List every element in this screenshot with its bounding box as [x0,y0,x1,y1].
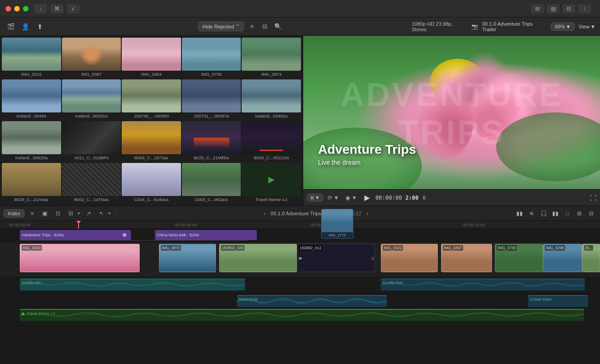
media-item[interactable]: Iceland...00462a [242,79,301,120]
media-item[interactable]: 150730_...v00083 [122,79,181,120]
audio-clip-china[interactable]: China Moto-trek - Echo [155,230,257,240]
play-button[interactable]: ▶ [364,193,370,202]
media-thumb [182,38,241,71]
video-clip-img0453[interactable]: IMG_0453 ▶ [20,244,140,272]
person-icon-button[interactable]: 👤 [19,21,31,33]
media-item[interactable]: Travel theme v.2 [242,163,301,204]
media-item[interactable]: IMG_0453 [122,38,181,78]
mute-btn[interactable]: ▮▮ [550,208,560,218]
video-clip-150802-012[interactable]: 150802_012 |▶ || [297,244,375,272]
grid-view-icon[interactable]: ⊟ [260,22,270,31]
audio-marker [123,233,126,237]
media-item[interactable]: B028_C...21A6as [2,163,61,204]
hide-rejected-button[interactable]: Hide Rejected ⌃ [198,22,243,31]
minimize-button[interactable] [14,6,20,11]
effects-button[interactable]: ◉ ▼ [344,194,359,202]
zoom-out-btn[interactable]: ⊟ [586,208,596,218]
download-button[interactable]: ↓ [34,4,47,13]
media-item[interactable]: C003_C...WZacs [182,163,241,204]
media-item[interactable]: B026_C...0521IXs [242,121,301,162]
key-button[interactable]: ⌘ [51,4,63,13]
waveform-track-row: Gentle rain Gentle river [0,278,600,294]
video-clip-img0730[interactable]: IMG_0730 [495,244,543,272]
clip-icon[interactable]: ▣ [40,208,50,218]
nav-prev[interactable]: ‹ [264,211,266,216]
headphone-btn[interactable]: 🎧 [538,208,549,218]
media-item-label: Travel theme v.2 [242,196,301,203]
playhead[interactable] [78,221,79,229]
media-thumb [242,79,301,112]
media-item[interactable]: B025_C...21MEbs [182,121,241,162]
layout-button[interactable]: ▤ [547,4,560,13]
cursor-dropdown[interactable]: ▼ [108,211,112,216]
solo-btn[interactable]: □ [562,208,572,218]
clip-label-150802-020: 150802_020 [221,245,244,251]
media-item-label: B009_C...187Vas [122,154,181,161]
waveform-clip-rain[interactable]: Gentle rain [20,279,245,291]
export-button[interactable]: ↑ [578,4,591,13]
video-clip-img0873[interactable]: IMG_0873 [159,244,216,272]
view-mode-button[interactable]: ⊞ ▼ [307,194,323,202]
clip-appearance-btn[interactable]: ▮▮ [515,208,525,218]
media-item-label: Iceland...00494 [2,112,61,119]
share-icon-button[interactable]: ⬆ [34,21,46,33]
media-item[interactable]: IMG_0367 [62,38,121,78]
view-button[interactable]: View ▼ [578,24,595,29]
media-item[interactable]: Iceland...000314 [62,79,121,120]
media-item[interactable]: IMG_0873 [242,38,301,78]
close-button[interactable] [6,6,11,11]
media-item-label: Iceland...00620a [2,154,61,161]
media-item[interactable]: IMG_0730 [182,38,241,78]
search-icon[interactable]: 🔍 [273,22,283,31]
fullscreen-button[interactable]: ⛶ [590,194,596,202]
waveform-clip-river[interactable]: Gentle river [381,279,585,291]
audio-clip-adventure[interactable]: Adventure Trips - Echo [20,230,131,240]
media-item[interactable]: B009_C...187Vas [122,121,181,162]
waveform-clip-moto[interactable]: Motorcycle [237,295,387,307]
video-clip-img0367[interactable]: IMG_0367 [441,244,492,272]
nav-next[interactable]: › [367,211,368,216]
arrow-tool[interactable]: ↗ [84,208,94,218]
preview-thumbnail: IMG_1775 [321,209,353,239]
check-button[interactable]: ✓ [67,4,80,13]
titlebar: ↓ ⌘ ✓ ⊞ ▤ ⊟ ↑ [0,0,600,17]
list-icon[interactable]: ≡ [27,208,37,218]
columns-button[interactable]: ⊟ [562,4,575,13]
media-thumb [2,79,61,112]
media-item[interactable]: 150731_...00087a [182,79,241,120]
waveform-btn[interactable]: ≋ [526,208,537,218]
maximize-button[interactable] [23,6,28,11]
media-item-label: B002_C...14TNas [62,196,121,203]
crop-icon[interactable]: ⊡ [53,208,63,218]
media-thumb [182,163,241,196]
preview-title-area: Adventure Trips Live the dream [318,142,416,166]
media-item[interactable]: IMG_0322 [2,38,61,78]
media-item[interactable]: A011_C...516BPs [62,121,121,162]
transform-button[interactable]: ⟳ ▼ [326,194,341,202]
media-item[interactable]: B002_C...14TNas [62,163,121,204]
media-item[interactable]: C004_C...5U6acs [122,163,181,204]
format-badge: 1080p HD 23.98p, Stereo [412,21,468,32]
video-clip-img0322[interactable]: IMG_0322 [381,244,438,272]
video-clip-15[interactable]: 15... [582,244,600,272]
cursor-tool[interactable]: ↖ [96,208,107,218]
green-clip-travel[interactable]: Travel theme v.2 [20,309,584,321]
film-icon-button[interactable]: 🎬 [5,21,17,33]
dropdown-arrow[interactable]: ▼ [77,211,81,216]
waveform-river-svg [381,279,585,291]
media-item[interactable]: Iceland...00620a [2,121,61,162]
media-item-label: A011_C...516BPs [62,154,121,161]
expand-btn[interactable]: ⊞ [574,208,584,218]
media-thumb [182,121,241,154]
grid-view-button[interactable]: ⊞ [531,4,544,13]
list-view-icon[interactable]: ≡ [248,22,257,31]
zoom-button[interactable]: 66% ▼ [551,22,575,31]
layout-icon-2[interactable]: ⊟ [66,208,76,218]
media-thumb [62,121,121,154]
camera-icon: 📷 [471,23,478,30]
media-item[interactable]: Iceland...00494 [2,79,61,120]
video-clip-img0298[interactable]: IMG_0298 [543,244,582,272]
index-button[interactable]: Index [4,209,24,218]
video-clip-150802-020[interactable]: 150802_020 ▶| [219,244,297,272]
waveform-clip-crowd[interactable]: Crowd noise [528,295,588,307]
